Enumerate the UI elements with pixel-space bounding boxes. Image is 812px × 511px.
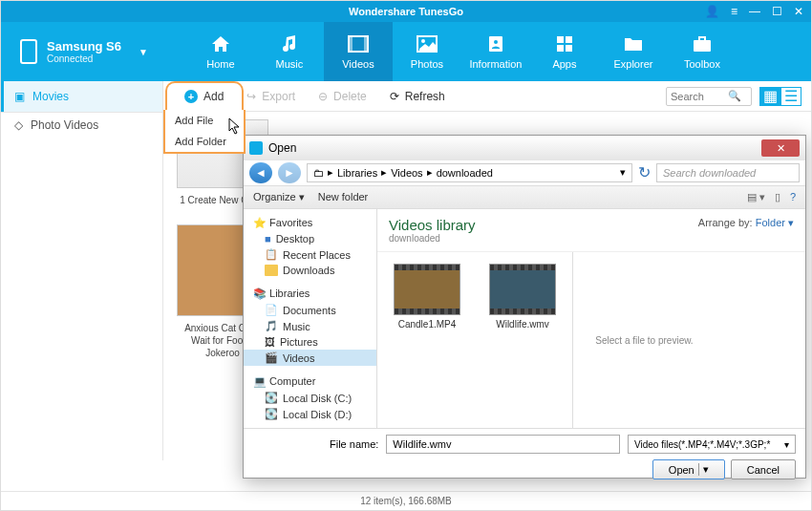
export-label: Export: [262, 90, 295, 103]
nav-label: Music: [276, 58, 304, 70]
film-icon: [347, 33, 370, 54]
back-button[interactable]: ◄: [249, 162, 272, 183]
search-input[interactable]: [671, 91, 728, 102]
sidebar-item-photo-videos[interactable]: ◇ Photo Videos: [1, 113, 162, 138]
sidebar-label: Photo Videos: [31, 118, 98, 132]
refresh-icon[interactable]: ↻: [638, 163, 651, 181]
nav-toolbox[interactable]: Toolbox: [668, 22, 737, 81]
address-bar[interactable]: 🗀 ▸ Libraries ▸ Videos ▸ downloaded ▾: [307, 163, 632, 182]
tree-disk-c[interactable]: 💽Local Disk (C:): [244, 390, 376, 406]
refresh-icon: ⟳: [390, 90, 399, 103]
nav-apps[interactable]: Apps: [530, 22, 599, 81]
tree-pictures[interactable]: 🖼Pictures: [244, 334, 376, 350]
tree-disk-d[interactable]: 💽Local Disk (D:): [244, 406, 376, 422]
user-icon[interactable]: 👤: [705, 5, 719, 18]
export-icon: ↪: [246, 90, 256, 103]
delete-button[interactable]: ⊖ Delete: [307, 86, 378, 107]
file-name: Wildlife.wmv: [496, 319, 549, 330]
path-segment[interactable]: Libraries: [337, 167, 377, 179]
path-segment[interactable]: downloaded: [437, 167, 493, 179]
dialog-search[interactable]: Search downloaded: [656, 163, 800, 182]
new-folder-button[interactable]: New folder: [318, 191, 369, 202]
nav-label: Toolbox: [684, 58, 720, 70]
grid-icon: [553, 33, 576, 54]
minimize-icon[interactable]: —: [749, 5, 760, 18]
add-button[interactable]: + Add: [173, 86, 235, 107]
plus-icon: +: [184, 90, 198, 103]
search-box[interactable]: 🔍: [666, 87, 752, 106]
filename-input[interactable]: [386, 435, 620, 454]
file-thumb: [394, 264, 460, 315]
svg-rect-8: [566, 36, 572, 43]
file-item[interactable]: Wildlife.wmv: [484, 264, 561, 416]
svg-rect-7: [557, 36, 564, 43]
folder-tree[interactable]: ⭐ Favorites ■Desktop 📋Recent Places Down…: [244, 209, 377, 428]
file-filter[interactable]: Video files(*.MP4;*.M4V;*.3GP;*▾: [628, 435, 796, 454]
open-button[interactable]: Open ▾: [652, 459, 725, 479]
maximize-icon[interactable]: ☐: [772, 5, 782, 18]
nav-music[interactable]: Music: [255, 22, 324, 81]
dialog-close-button[interactable]: ✕: [761, 139, 800, 157]
view-mode-icon[interactable]: ▤ ▾: [747, 191, 765, 203]
status-text: 12 item(s), 166.68MB: [360, 496, 452, 506]
file-item[interactable]: Candle1.MP4: [389, 264, 465, 416]
add-file-item[interactable]: Add File: [165, 110, 244, 131]
statusbar: 12 item(s), 166.68MB: [1, 491, 811, 510]
tree-computer[interactable]: Computer: [269, 375, 315, 387]
window-titlebar: Wondershare TunesGo 👤 ≡ — ☐ ✕: [1, 1, 811, 22]
organize-button[interactable]: Organize ▾: [253, 191, 305, 203]
tree-music[interactable]: 🎵Music: [244, 318, 376, 334]
device-name: Samsung S6: [47, 39, 121, 53]
folder-icon: [622, 33, 645, 54]
grid-view-toggle[interactable]: ▦: [759, 87, 780, 106]
chevron-down-icon: ▼: [139, 47, 148, 57]
nav-videos[interactable]: Videos: [324, 22, 393, 81]
device-status: Connected: [47, 53, 121, 64]
film-icon: ▣: [14, 90, 25, 103]
svg-rect-9: [557, 45, 564, 52]
preview-pane: Select a file to preview.: [572, 252, 716, 428]
search-placeholder: Search downloaded: [663, 167, 756, 179]
tree-documents[interactable]: 📄Documents: [244, 302, 376, 318]
device-selector[interactable]: Samsung S6 Connected ▼: [1, 39, 167, 64]
cancel-button[interactable]: Cancel: [731, 459, 796, 479]
tree-favorites[interactable]: Favorites: [269, 217, 312, 228]
close-icon[interactable]: ✕: [794, 5, 803, 18]
tree-videos[interactable]: 🎬Videos: [244, 350, 376, 366]
contacts-icon: [484, 33, 507, 54]
nav-label: Information: [469, 58, 522, 70]
folder-icon: 🗀: [313, 167, 324, 179]
nav-photos[interactable]: Photos: [393, 22, 461, 81]
sidebar-item-movies[interactable]: ▣ Movies: [1, 81, 162, 112]
nav-explorer[interactable]: Explorer: [599, 22, 668, 81]
delete-label: Delete: [333, 90, 367, 103]
help-icon[interactable]: ?: [790, 191, 796, 203]
nav-label: Photos: [411, 58, 443, 70]
svg-point-4: [421, 39, 425, 43]
app-icon: [249, 141, 263, 155]
svg-rect-12: [699, 37, 705, 41]
preview-pane-icon[interactable]: ▯: [775, 191, 780, 203]
open-file-dialog: Open ✕ ◄ ► 🗀 ▸ Libraries ▸ Videos ▸ down…: [243, 135, 806, 479]
forward-button[interactable]: ►: [278, 162, 301, 183]
music-icon: [278, 33, 301, 54]
refresh-button[interactable]: ⟳ Refresh: [378, 86, 457, 107]
camera-icon: ◇: [14, 118, 23, 132]
arrange-by[interactable]: Arrange by: Folder ▾: [698, 217, 794, 229]
nav-information[interactable]: Information: [461, 22, 530, 81]
add-folder-item[interactable]: Add Folder: [165, 131, 244, 152]
add-dropdown-menu: Add File Add Folder: [163, 110, 246, 154]
nav-label: Explorer: [613, 58, 652, 70]
tree-desktop[interactable]: ■Desktop: [244, 231, 376, 246]
dialog-title: Open: [268, 141, 296, 155]
nav-home[interactable]: Home: [186, 22, 255, 81]
dialog-titlebar: Open ✕: [244, 136, 805, 160]
export-button[interactable]: ↪ Export: [235, 86, 307, 107]
path-segment[interactable]: Videos: [391, 167, 422, 179]
tree-downloads[interactable]: Downloads: [244, 263, 376, 278]
list-view-toggle[interactable]: ☰: [780, 87, 801, 106]
tree-libraries[interactable]: Libraries: [269, 287, 310, 299]
menu-icon[interactable]: ≡: [731, 5, 737, 18]
tree-recent[interactable]: 📋Recent Places: [244, 246, 376, 263]
filename-label: File name:: [330, 438, 378, 450]
